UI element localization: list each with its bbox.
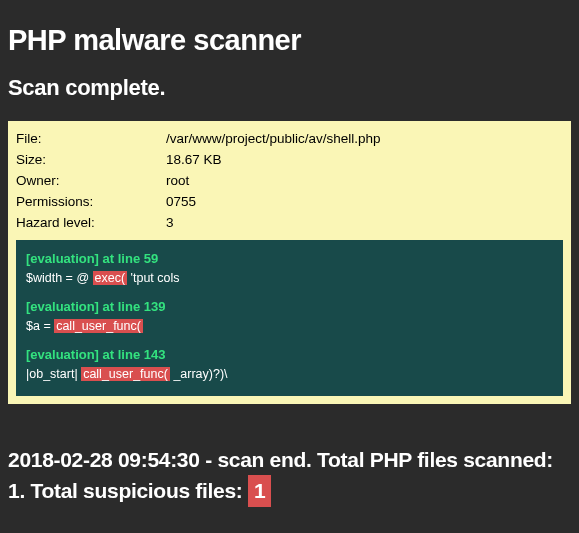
scan-status: Scan complete. [8, 75, 571, 101]
code-pre: $a = [26, 319, 54, 333]
finding-head: [evaluation] at line 139 [26, 298, 553, 317]
meta-file: File: /var/www/project/public/av/shell.p… [16, 129, 563, 150]
code-highlight: call_user_func( [81, 367, 170, 381]
value-size: 18.67 KB [166, 150, 563, 171]
suspicious-count-badge: 1 [248, 475, 271, 507]
meta-size: Size: 18.67 KB [16, 150, 563, 171]
page-title: PHP malware scanner [8, 24, 571, 57]
finding-code: $a = call_user_func( [26, 317, 553, 335]
label-size: Size: [16, 150, 166, 171]
finding-item: [evaluation] at line 59 $width = @ exec(… [26, 250, 553, 288]
finding-item: [evaluation] at line 139 $a = call_user_… [26, 298, 553, 336]
meta-permissions: Permissions: 0755 [16, 192, 563, 213]
meta-owner: Owner: root [16, 171, 563, 192]
meta-hazard: Hazard level: 3 [16, 213, 563, 234]
label-owner: Owner: [16, 171, 166, 192]
code-post: 'tput cols [127, 271, 179, 285]
code-post: _array)?)\ [170, 367, 228, 381]
code-highlight: call_user_func( [54, 319, 143, 333]
code-pre: $width = @ [26, 271, 93, 285]
label-file: File: [16, 129, 166, 150]
code-pre: |ob_start| [26, 367, 81, 381]
value-file: /var/www/project/public/av/shell.php [166, 129, 563, 150]
summary-files-count: 1 [8, 479, 19, 502]
summary-timestamp: 2018-02-28 09:54:30 [8, 448, 200, 471]
finding-code: |ob_start| call_user_func( _array)?)\ [26, 365, 553, 383]
scan-result: File: /var/www/project/public/av/shell.p… [8, 121, 571, 404]
value-hazard: 3 [166, 213, 563, 234]
code-highlight: exec( [93, 271, 128, 285]
scan-summary: 2018-02-28 09:54:30 - scan end. Total PH… [8, 444, 571, 507]
value-permissions: 0755 [166, 192, 563, 213]
summary-msg1: scan end. Total PHP files scanned: [217, 448, 553, 471]
finding-head: [evaluation] at line 59 [26, 250, 553, 269]
label-hazard: Hazard level: [16, 213, 166, 234]
value-owner: root [166, 171, 563, 192]
summary-sep: - [200, 448, 218, 471]
summary-msg2: . Total suspicious files: [19, 479, 248, 502]
label-permissions: Permissions: [16, 192, 166, 213]
finding-item: [evaluation] at line 143 |ob_start| call… [26, 346, 553, 384]
finding-code: $width = @ exec( 'tput cols [26, 269, 553, 287]
finding-head: [evaluation] at line 143 [26, 346, 553, 365]
findings-panel: [evaluation] at line 59 $width = @ exec(… [16, 240, 563, 396]
